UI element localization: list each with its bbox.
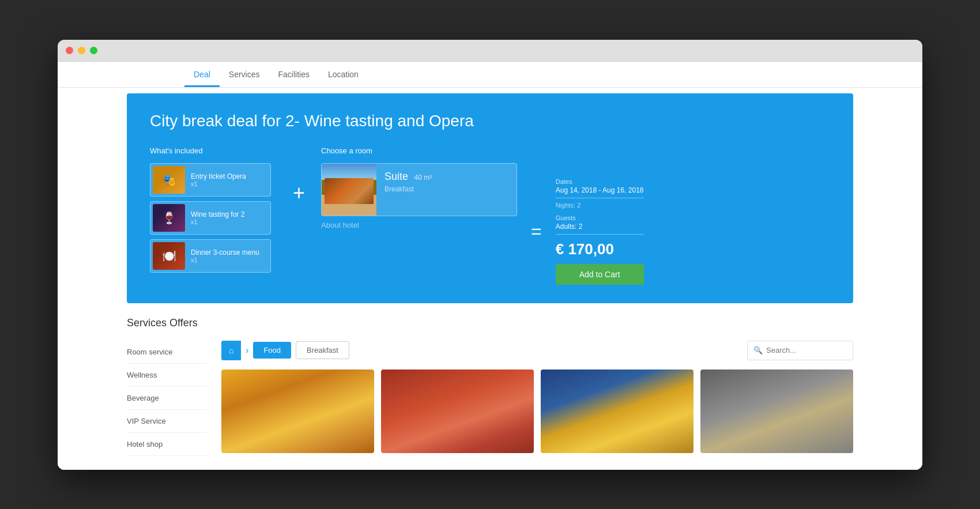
wine-name: Wine tasting for 2 [191,210,244,218]
add-to-cart-button[interactable]: Add to Cart [556,264,644,285]
dinner-thumbnail: 🍽️ [153,242,185,270]
services-main: ⌂ › Food Breakfast 🔍 [221,341,853,456]
deal-title: City break deal for 2- Wine tasting and … [150,112,830,130]
room-card[interactable]: Suite 40 m² Breakfast [321,163,517,216]
whats-included: What's included 🎭 Entry ticket Opera x1 … [150,146,277,277]
sidebar-item-hotel-shop[interactable]: Hotel shop [127,433,208,456]
search-icon: 🔍 [753,346,763,355]
food-item-1[interactable] [221,370,374,453]
sidebar-item-room-service[interactable]: Room service [127,341,208,364]
room-meal: Breakfast [385,185,432,193]
whats-included-label: What's included [150,146,277,155]
included-item-dinner[interactable]: 🍽️ Dinner 3-course menu x1 [150,239,271,273]
close-button[interactable] [66,47,73,54]
equals-price-section: = Dates Aug 14, 2018 - Aug 16, 2018 Nigh… [517,146,643,285]
maximize-button[interactable] [90,47,97,54]
home-icon: ⌂ [229,346,233,355]
filter-food-button[interactable]: Food [253,342,291,359]
filter-arrow-icon: › [246,345,248,356]
dinner-info: Dinner 3-course menu x1 [191,248,259,263]
price-value: € 170,00 [556,240,644,258]
wine-info: Wine tasting for 2 x1 [191,210,244,225]
dates-label: Dates [556,178,644,185]
dates-value: Aug 14, 2018 - Aug 16, 2018 [556,186,644,198]
wine-qty: x1 [191,218,244,225]
services-sidebar: Room service Wellness Beverage VIP Servi… [127,341,208,456]
tab-deal[interactable]: Deal [184,62,220,87]
guests-label: Guests [556,214,644,221]
tab-location[interactable]: Location [319,62,368,87]
minimize-button[interactable] [78,47,85,54]
food-item-2[interactable] [381,370,534,453]
plus-sign: + [277,146,321,205]
wine-thumbnail: 🍷 [153,204,185,232]
services-layout: Room service Wellness Beverage VIP Servi… [127,341,853,456]
opera-info: Entry ticket Opera x1 [191,172,246,187]
food-item-4[interactable] [700,370,853,453]
food-grid [221,370,853,453]
deal-body: What's included 🎭 Entry ticket Opera x1 … [150,146,830,285]
room-image [322,164,376,216]
services-section: Services Offers Room service Wellness Be… [58,303,922,470]
choose-room-label: Choose a room [321,146,517,155]
opera-qty: x1 [191,180,246,187]
dinner-name: Dinner 3-course menu [191,248,259,257]
included-item-wine[interactable]: 🍷 Wine tasting for 2 x1 [150,201,271,235]
mac-window: Deal Services Facilities Location City b… [58,40,922,470]
nights-text: Nights: 2 [556,202,644,209]
room-name: Suite [385,171,408,182]
filter-bar: ⌂ › Food Breakfast 🔍 [221,341,853,360]
equals-sign: = [531,221,542,242]
nav-tabs: Deal Services Facilities Location [58,62,922,88]
opera-name: Entry ticket Opera [191,172,246,180]
sidebar-item-vip[interactable]: VIP Service [127,410,208,433]
adults-text: Adults: 2 [556,223,644,235]
included-item-opera[interactable]: 🎭 Entry ticket Opera x1 [150,163,271,197]
opera-thumbnail: 🎭 [153,166,185,194]
about-hotel-link[interactable]: About hotel [321,221,517,229]
titlebar [58,40,922,62]
search-wrapper: 🔍 [747,341,853,360]
sidebar-item-beverage[interactable]: Beverage [127,387,208,410]
search-input[interactable] [766,346,847,355]
room-size: 40 m² [414,174,432,182]
tab-facilities[interactable]: Facilities [269,62,318,87]
filter-breakfast-button[interactable]: Breakfast [296,341,349,359]
pricing-section: Dates Aug 14, 2018 - Aug 16, 2018 Nights… [556,178,644,285]
filter-home-button[interactable]: ⌂ [221,341,241,360]
deal-banner: City break deal for 2- Wine tasting and … [127,93,853,303]
room-info: Suite 40 m² Breakfast [376,164,440,216]
browser-content: Deal Services Facilities Location City b… [58,62,922,470]
services-title: Services Offers [127,317,853,329]
sidebar-item-wellness[interactable]: Wellness [127,364,208,387]
tab-services[interactable]: Services [220,62,269,87]
dinner-qty: x1 [191,257,259,263]
room-name-row: Suite 40 m² [385,171,432,183]
choose-room: Choose a room Suite 40 m² Breakfast Abou… [321,146,517,229]
food-item-3[interactable] [541,370,693,453]
